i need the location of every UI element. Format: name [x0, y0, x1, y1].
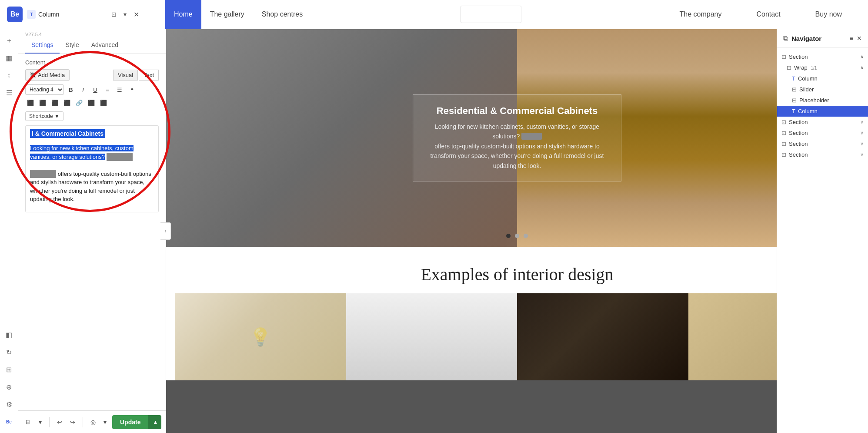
sidebar-refresh-icon[interactable]: ↻	[2, 345, 16, 359]
hero-redacted	[521, 133, 542, 140]
sidebar-add-icon[interactable]: ＋	[2, 34, 16, 47]
link-btn[interactable]: 🔗	[74, 97, 84, 108]
text-btn[interactable]: Text	[139, 70, 159, 81]
nav-placeholder[interactable]: ⊟ Placeholder	[777, 95, 868, 106]
nav-home[interactable]: Home	[165, 0, 201, 29]
nav-company[interactable]: The company	[671, 0, 731, 29]
navigator-menu-btn[interactable]: ≡	[850, 35, 853, 42]
left-panel: V27.5.4 Settings Style Advanced Content …	[18, 29, 166, 433]
shortcode-btn[interactable]: Shortcode ▼	[25, 111, 63, 121]
underline-btn[interactable]: U	[90, 84, 100, 95]
nav-slider[interactable]: ⊟ Slider	[777, 84, 868, 95]
heading-select[interactable]: Heading 4 Heading 1 Heading 2 Heading 3 …	[25, 84, 64, 95]
device-icon-btn[interactable]: 🖥	[23, 416, 33, 428]
separator-2	[83, 417, 83, 427]
sidebar-sort-icon[interactable]: ↕	[2, 68, 16, 82]
nav-buy[interactable]: Buy now	[807, 0, 851, 29]
website-nav: Home The gallery Shop centres The compan…	[148, 0, 868, 29]
dropdown-arrow-btn[interactable]: ▾	[122, 9, 128, 20]
wrap-icon: ⊡	[787, 64, 791, 71]
nav-section-3[interactable]: ⊡ Section ∨	[777, 128, 868, 138]
redo-btn[interactable]: ↪	[68, 416, 77, 428]
navigator-close-btn[interactable]: ✕	[857, 35, 862, 42]
italic-btn[interactable]: I	[78, 84, 88, 95]
nav-right: The company Contact Buy now	[671, 0, 851, 29]
close-panel-btn[interactable]: ✕	[132, 9, 141, 20]
section-4-icon: ⊡	[781, 141, 786, 147]
navigator-controls: ≡ ✕	[850, 35, 862, 42]
nav-gallery[interactable]: The gallery	[201, 0, 253, 29]
toolbar-row: 🖼 Add Media Visual Text	[25, 69, 159, 81]
unordered-list-btn[interactable]: ≡	[102, 84, 113, 95]
hero-content-box: Residential & Commercial Cabinets Lookin…	[413, 94, 621, 181]
hero-dot-3[interactable]	[524, 234, 528, 238]
section-4-chevron: ∨	[860, 141, 864, 147]
sidebar-layers-icon[interactable]: ◧	[2, 328, 16, 342]
update-btn[interactable]: Update	[112, 415, 148, 429]
tab-style[interactable]: Style	[60, 37, 85, 54]
table-btn[interactable]: ⬛	[98, 97, 109, 108]
align-left-btn[interactable]: ⬛	[25, 97, 36, 108]
gallery-item-2	[346, 293, 517, 380]
bold-btn[interactable]: B	[66, 84, 76, 95]
editor-area[interactable]: l & Commercial Cabinets Looking for new …	[25, 125, 159, 212]
nav-contact[interactable]: Contact	[748, 0, 789, 29]
undo-btn[interactable]: ↩	[55, 416, 64, 428]
tab-settings[interactable]: Settings	[25, 37, 60, 54]
add-media-btn[interactable]: 🖼 Add Media	[25, 69, 70, 81]
preview-arrow-btn[interactable]: ▾	[101, 416, 109, 428]
slider-icon: ⊟	[792, 86, 797, 93]
placeholder-icon: ⊟	[792, 97, 797, 104]
sidebar-be-small-icon[interactable]: Be	[2, 415, 16, 429]
column-1-icon: T	[792, 75, 795, 82]
nav-section-4[interactable]: ⊡ Section ∨	[777, 138, 868, 149]
collapse-handle[interactable]: ‹	[160, 222, 171, 240]
formatting-row-1: Heading 4 Heading 1 Heading 2 Heading 3 …	[25, 84, 159, 95]
editor-heading: l & Commercial Cabinets	[30, 130, 154, 137]
formatting-row-2: ⬛ ⬛ ⬛ ⬛ 🔗 ⬛ ⬛	[25, 97, 159, 108]
tab-advanced[interactable]: Advanced	[85, 37, 124, 54]
preview-btn[interactable]: ◎	[88, 416, 98, 428]
be-logo: Be	[7, 7, 23, 22]
update-btn-group: Update ▲	[112, 415, 161, 429]
wrap-chevron: ∧	[860, 65, 864, 70]
sidebar-filters-icon[interactable]: ⊞	[2, 363, 16, 376]
align-center-btn[interactable]: ⬛	[37, 97, 48, 108]
editor-heading-text: l & Commercial Cabinets	[30, 129, 105, 138]
section-2-icon: ⊡	[781, 119, 786, 125]
nav-column-1[interactable]: T Column	[777, 73, 868, 84]
more-btn[interactable]: ⬛	[86, 97, 97, 108]
sidebar-layout-icon[interactable]: ▦	[2, 51, 16, 65]
navigator-title: Navigator	[791, 35, 850, 42]
hero-section: Residential & Commercial Cabinets Lookin…	[166, 29, 868, 247]
nav-section-5[interactable]: ⊡ Section ∨	[777, 149, 868, 160]
hero-dots	[506, 234, 528, 238]
hero-title: Residential & Commercial Cabinets	[426, 105, 608, 117]
update-dropdown-btn[interactable]: ▲	[148, 415, 161, 429]
sidebar-settings-icon[interactable]: ⚙	[2, 397, 16, 411]
nav-column-2[interactable]: T Column	[777, 106, 868, 117]
nav-section-3-label: Section	[789, 130, 858, 136]
nav-wrap-1[interactable]: ⊡ Wrap 1/1 ∧	[777, 62, 868, 73]
hero-desc-text-1: Looking for new kitchen cabinets, custom…	[435, 123, 599, 140]
content-label: Content	[25, 59, 159, 66]
align-right-btn[interactable]: ⬛	[50, 97, 60, 108]
panel-controls: ⊡ ▾ ✕	[110, 9, 141, 20]
blockquote-btn[interactable]: ❝	[127, 84, 137, 95]
navigator-layers-icon: ⧉	[783, 34, 788, 42]
editor-redact-1	[107, 153, 133, 161]
visual-btn[interactable]: Visual	[113, 70, 138, 81]
nav-section-2[interactable]: ⊡ Section ∨	[777, 117, 868, 128]
layout-icon-btn[interactable]: ⊡	[110, 9, 118, 20]
nav-section-1[interactable]: ⊡ Section ∧	[777, 51, 868, 62]
device-arrow-btn[interactable]: ▾	[37, 416, 44, 428]
align-justify-btn[interactable]: ⬛	[62, 97, 72, 108]
nav-shop[interactable]: Shop centres	[253, 0, 311, 29]
sidebar-globe-icon[interactable]: ⊕	[2, 380, 16, 394]
hero-dot-2[interactable]	[515, 234, 519, 238]
ordered-list-btn[interactable]: ☰	[114, 84, 125, 95]
sidebar-page-icon[interactable]: ☰	[2, 86, 16, 100]
hero-dot-1[interactable]	[506, 234, 511, 238]
examples-section: Examples of interior design 💡	[166, 247, 868, 380]
visual-text-toggle: Visual Text	[113, 70, 159, 81]
